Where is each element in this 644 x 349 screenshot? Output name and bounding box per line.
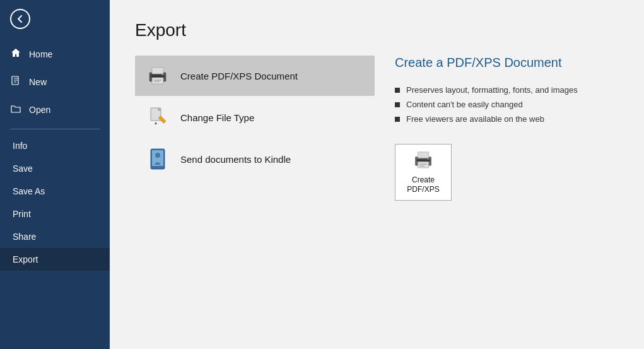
bullet-text-2: Content can't be easily changed [406,100,523,109]
bullet-text-1: Preserves layout, formatting, fonts, and… [406,85,578,95]
detail-title: Create a PDF/XPS Document [395,56,599,70]
sidebar-item-save-label: Save [13,163,33,174]
svg-rect-15 [418,152,428,158]
sidebar-item-home[interactable]: Home [0,40,110,68]
sidebar-item-info[interactable]: Info [0,134,110,157]
option-create-pdf[interactable]: Create PDF/XPS Document [135,56,375,96]
sidebar-item-export-label: Export [13,254,38,264]
create-pdf-btn-icon [412,150,435,172]
sidebar-item-save-as[interactable]: Save As [0,180,110,203]
open-icon [10,104,21,116]
bullet-square-3 [395,117,400,122]
detail-bullets: Preserves layout, formatting, fonts, and… [395,85,599,124]
create-btn-line1: Create [412,175,435,184]
pdf-icon [145,63,170,88]
sidebar-item-print[interactable]: Print [0,203,110,225]
sidebar-item-info-label: Info [13,141,27,151]
bullet-square-1 [395,88,400,93]
bullet-text-3: Free viewers are available on the web [406,114,544,124]
page-title: Export [135,20,619,40]
create-btn-line2: PDF/XPS [407,185,439,194]
change-file-type-icon [145,105,170,130]
sidebar-item-save-as-label: Save As [13,186,45,196]
create-pdf-xps-button[interactable]: Create PDF/XPS [395,144,452,201]
bullet-square-2 [395,102,400,107]
sidebar-item-new-label: New [29,77,47,87]
option-send-kindle[interactable]: Send documents to Kindle [135,139,375,179]
bullet-item-2: Content can't be easily changed [395,100,599,109]
sidebar-item-open-label: Open [29,105,50,115]
svg-rect-2 [152,68,163,74]
bullet-item-3: Free viewers are available on the web [395,114,599,124]
sidebar-divider [10,129,100,129]
option-change-file-type[interactable]: Change File Type [135,97,375,138]
sidebar-item-home-label: Home [29,49,52,59]
sidebar-item-export[interactable]: Export [0,248,110,271]
svg-rect-3 [152,78,163,84]
home-icon [10,48,21,61]
option-create-pdf-label: Create PDF/XPS Document [180,71,298,81]
option-change-file-type-label: Change File Type [180,112,254,123]
back-icon [10,9,30,29]
svg-rect-16 [418,162,428,168]
sidebar-item-share-label: Share [13,232,36,242]
kindle-icon [145,146,170,172]
back-button[interactable] [0,0,110,38]
create-btn-label: Create PDF/XPS [407,175,439,195]
svg-marker-10 [155,122,157,124]
content-area: Create PDF/XPS Document Change File Typ [135,56,619,336]
main-content: Export [110,0,644,349]
svg-point-5 [162,74,164,76]
option-send-kindle-label: Send documents to Kindle [180,154,291,165]
bullet-item-1: Preserves layout, formatting, fonts, and… [395,85,599,95]
options-panel: Create PDF/XPS Document Change File Typ [135,56,375,336]
sidebar-item-new[interactable]: New [0,68,110,96]
sidebar: Home New Open Info Save Save As [0,0,110,349]
sidebar-item-save[interactable]: Save [0,157,110,180]
detail-panel: Create a PDF/XPS Document Preserves layo… [375,56,619,336]
svg-point-13 [155,153,160,158]
sidebar-item-share[interactable]: Share [0,225,110,248]
sidebar-nav: Home New Open [0,38,110,124]
svg-point-18 [427,158,429,160]
new-icon [10,76,21,88]
sidebar-item-print-label: Print [13,209,31,219]
sidebar-item-open[interactable]: Open [0,96,110,124]
